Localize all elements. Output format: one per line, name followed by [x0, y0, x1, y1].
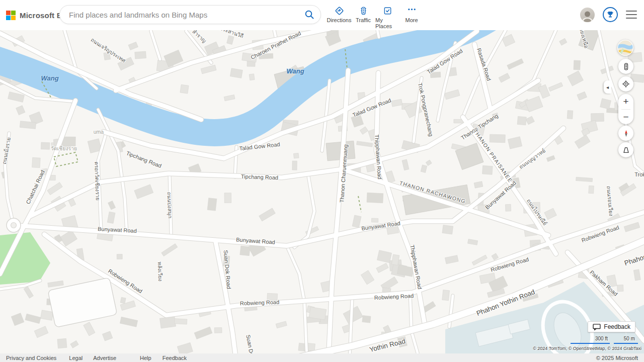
- scale-line-metric: [614, 343, 638, 344]
- scale-line-imperial: [571, 343, 610, 344]
- nav-traffic[interactable]: Traffic: [351, 4, 375, 29]
- roundabout-island: [11, 223, 17, 228]
- scale-metric: 50 m: [624, 336, 635, 341]
- zoom-control: + −: [618, 94, 633, 124]
- feedback-button[interactable]: Feedback: [588, 321, 635, 332]
- feedback-bubble-icon: [593, 324, 601, 330]
- locate-icon: [622, 80, 630, 88]
- footer-copyright: © 2025 Microsoft: [596, 355, 638, 361]
- directions-icon: [335, 6, 344, 16]
- search-button[interactable]: [298, 6, 320, 24]
- footer-link-help[interactable]: Help: [140, 355, 151, 361]
- microsoft-logo-icon: [6, 11, 16, 20]
- search-icon: [304, 10, 314, 20]
- search-input[interactable]: [60, 11, 298, 19]
- tilt-button[interactable]: [618, 142, 633, 157]
- search-box: [59, 5, 321, 24]
- profile-avatar[interactable]: [580, 8, 595, 22]
- rewards-icon[interactable]: [603, 7, 618, 22]
- top-header: Microsoft Bing Directions: [0, 0, 644, 30]
- map-attribution: © 2024 TomTom, © OpenStreetMap, © 2024 G…: [533, 346, 641, 351]
- avatar-photo: [580, 9, 595, 22]
- footer-link-legal[interactable]: Legal: [69, 355, 83, 361]
- nav-directions[interactable]: Directions: [327, 4, 351, 29]
- map-style-thumbnail-icon: [617, 40, 633, 56]
- locate-me-button[interactable]: [618, 76, 633, 92]
- more-ellipsis-icon: [407, 6, 417, 16]
- footer-link-feedback[interactable]: Feedback: [163, 355, 187, 361]
- nav-more[interactable]: More: [399, 4, 424, 29]
- footer-link-privacy[interactable]: Privacy and Cookies: [6, 355, 56, 361]
- my-places-icon: [383, 6, 392, 16]
- traffic-toggle-button[interactable]: [618, 59, 633, 74]
- header-nav: Directions Traffic My Places: [327, 4, 424, 29]
- map-viewport[interactable]: WangWangCharoen Prathet Roadประสานวิถีสำ…: [0, 30, 644, 353]
- compass-needle-icon: [622, 130, 630, 137]
- nav-my-places[interactable]: My Places: [375, 4, 399, 29]
- tilt-icon: [622, 146, 630, 154]
- controls-collapse-chevron[interactable]: ◂: [604, 80, 611, 94]
- zoom-in-button[interactable]: +: [618, 94, 633, 109]
- trophy-icon: [606, 11, 614, 19]
- compass-button[interactable]: [618, 126, 633, 141]
- traffic-light-icon: [622, 63, 630, 70]
- footer-link-advertise[interactable]: Advertise: [93, 355, 116, 361]
- footer-bar: Privacy and Cookies Legal Advertise Help…: [0, 353, 644, 362]
- map-style-button[interactable]: [617, 40, 633, 56]
- scale-imperial: 300 ft: [595, 336, 608, 341]
- traffic-icon: [359, 6, 368, 16]
- menu-hamburger-icon[interactable]: [626, 11, 637, 19]
- map-canvas[interactable]: [0, 30, 644, 353]
- zoom-out-button[interactable]: −: [618, 110, 633, 125]
